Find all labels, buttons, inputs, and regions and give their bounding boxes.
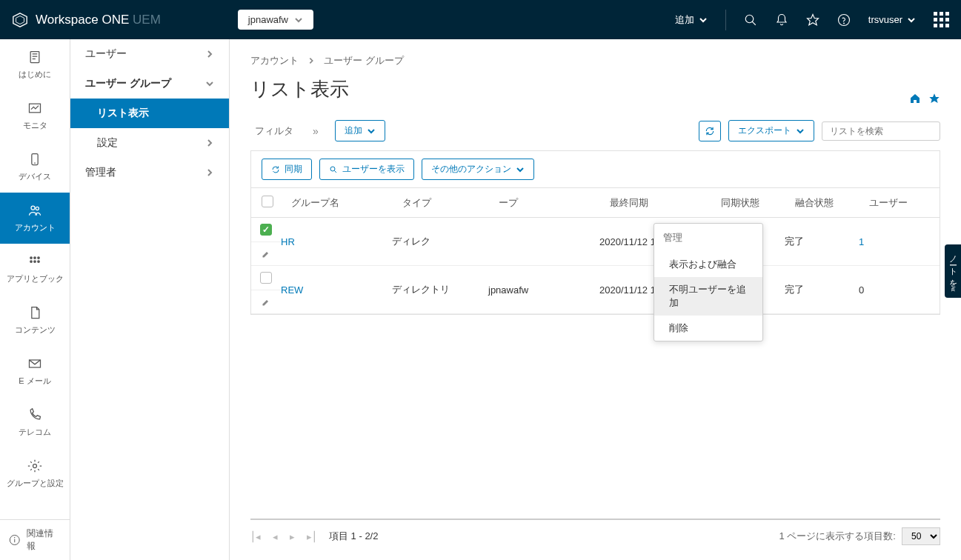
svg-point-23 (33, 464, 37, 468)
breadcrumb: アカウント ユーザー グループ (250, 54, 940, 67)
action-row: 同期 ユーザーを表示 その他のアクション (250, 150, 940, 187)
apps-grid-icon[interactable] (934, 12, 949, 27)
chevron-down-icon (367, 127, 376, 136)
col-merge-status[interactable]: 融合状態 (795, 196, 869, 210)
col-org[interactable]: ープ (499, 196, 610, 210)
sync-button[interactable]: 同期 (262, 159, 312, 180)
svg-point-16 (30, 257, 33, 259)
col-type[interactable]: タイプ (402, 196, 499, 210)
select-all-checkbox[interactable] (262, 196, 273, 207)
star-filled-icon[interactable] (928, 93, 940, 104)
help-icon[interactable] (837, 13, 851, 27)
col-sync-status[interactable]: 同期状態 (721, 196, 795, 210)
crumb-user-groups[interactable]: ユーザー グループ (324, 54, 404, 67)
svg-point-20 (34, 261, 36, 263)
brand-logo: Workspace ONE UEM (12, 12, 161, 28)
page-title: リスト表示 (250, 76, 349, 102)
users-cell: 0 (859, 284, 903, 296)
col-group-name[interactable]: グループ名 (291, 196, 402, 210)
svg-point-21 (38, 261, 40, 263)
topbar: Workspace ONE UEM jpnawafw 追加 trsvuser (0, 0, 961, 39)
svg-point-18 (38, 257, 40, 259)
star-icon[interactable] (806, 13, 819, 27)
rail-content[interactable]: コンテンツ (0, 295, 70, 346)
table-header: グループ名 タイプ ープ 最終同期 同期状態 融合状態 ユーザー (251, 188, 940, 218)
bell-icon[interactable] (775, 13, 788, 27)
row-edit[interactable] (251, 290, 281, 313)
subnav-list-view[interactable]: リスト表示 (70, 99, 229, 128)
page-info: 項目 1 - 2/2 (329, 530, 378, 543)
home-icon[interactable] (909, 93, 921, 104)
group-name-link[interactable]: HR (281, 236, 295, 247)
add-button[interactable]: 追加 (335, 120, 385, 141)
dropdown-view-merge[interactable]: 表示および融合 (654, 252, 762, 277)
col-last-sync[interactable]: 最終同期 (610, 196, 721, 210)
svg-point-14 (31, 206, 35, 210)
filter-expand[interactable]: » (308, 125, 325, 137)
pager: ⎮◂ ◂ ▸ ▸⎮ 項目 1 - 2/2 (250, 530, 378, 543)
rail-telecom[interactable]: テレコム (0, 397, 70, 448)
row-checkbox[interactable] (260, 224, 272, 236)
row-checkbox[interactable] (260, 272, 272, 284)
toolbar: フィルタ » 追加 エクスポート (250, 120, 940, 141)
svg-line-3 (752, 21, 756, 25)
rail-apps[interactable]: アプリとブック (0, 244, 70, 295)
rail-accounts[interactable]: アカウント (0, 193, 70, 244)
subnav-settings[interactable]: 設定 (70, 128, 229, 158)
table-footer: ⎮◂ ◂ ▸ ▸⎮ 項目 1 - 2/2 1 ページに表示する項目数: 50 (250, 519, 940, 545)
merge-cell: 完了 (785, 283, 859, 296)
svg-point-15 (36, 207, 39, 210)
refresh-icon (705, 126, 715, 136)
notes-tab[interactable]: ノートを« (945, 244, 961, 298)
org-selector[interactable]: jpnawafw (238, 10, 313, 30)
subnav: ユーザー ユーザー グループ リスト表示 設定 管理者 (70, 39, 230, 560)
search-icon (329, 165, 338, 174)
col-users[interactable]: ユーザー (869, 196, 914, 210)
subnav-users[interactable]: ユーザー (70, 39, 229, 69)
export-button[interactable]: エクスポート (728, 120, 814, 141)
chevron-down-icon (516, 165, 525, 174)
pencil-icon (262, 250, 270, 259)
table-row: HR ディレク 2020/11/12 14:47 完了 完了 1 (251, 218, 940, 266)
svg-point-19 (30, 261, 33, 263)
dropdown-add-unknown-users[interactable]: 不明ユーザーを追加 (654, 277, 762, 316)
refresh-button[interactable] (699, 121, 721, 141)
page-last[interactable]: ▸⎮ (307, 531, 317, 542)
rail-info[interactable]: 関連情報 (0, 519, 70, 560)
merge-cell: 完了 (785, 235, 859, 248)
crumb-accounts[interactable]: アカウント (250, 54, 299, 67)
svg-rect-7 (30, 52, 39, 63)
chevron-down-icon (907, 16, 916, 24)
page-next[interactable]: ▸ (290, 531, 295, 542)
other-actions-button[interactable]: その他のアクション (422, 159, 534, 180)
dropdown-delete[interactable]: 削除 (654, 316, 762, 341)
page-prev[interactable]: ◂ (273, 531, 278, 542)
user-menu[interactable]: trsvuser (868, 14, 916, 25)
rail-monitor[interactable]: モニタ (0, 90, 70, 141)
other-actions-dropdown: 管理 表示および融合 不明ユーザーを追加 削除 (654, 223, 763, 341)
row-edit[interactable] (251, 241, 281, 265)
type-cell: ディレクトリ (392, 283, 488, 296)
rail-email[interactable]: E メール (0, 346, 70, 397)
svg-point-2 (745, 15, 754, 23)
page-first[interactable]: ⎮◂ (250, 531, 261, 542)
view-users-button[interactable]: ユーザーを表示 (319, 159, 414, 180)
page-size-select[interactable]: 50 (902, 527, 940, 545)
nav-rail: はじめに モニタ デバイス アカウント アプリとブック コンテンツ E メール … (0, 39, 70, 560)
rail-groups-settings[interactable]: グループと設定 (0, 448, 70, 499)
filter-label: フィルタ (250, 124, 298, 138)
chevron-right-icon (205, 139, 214, 147)
search-input[interactable] (822, 121, 940, 141)
table-row: REW ディレクトリ jpnawafw 2020/11/12 14:47 完了 … (251, 266, 940, 314)
subnav-user-groups[interactable]: ユーザー グループ (70, 69, 229, 99)
rail-devices[interactable]: デバイス (0, 141, 70, 193)
svg-marker-0 (13, 13, 27, 26)
users-cell[interactable]: 1 (859, 236, 903, 247)
top-add-menu[interactable]: 追加 (675, 13, 708, 27)
dropdown-header: 管理 (654, 224, 762, 252)
search-icon[interactable] (744, 13, 757, 27)
subnav-admins[interactable]: 管理者 (70, 158, 229, 187)
svg-marker-4 (807, 14, 818, 24)
rail-getting-started[interactable]: はじめに (0, 39, 70, 90)
group-name-link[interactable]: REW (281, 284, 303, 296)
